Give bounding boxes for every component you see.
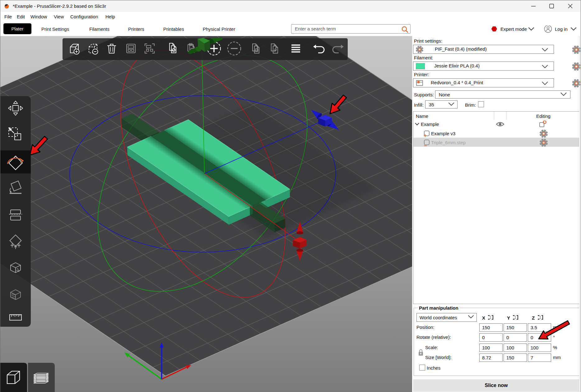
- svg-text:Log in: Log in: [555, 26, 568, 32]
- svg-text:P: P: [274, 48, 277, 53]
- svg-text:Expert mode: Expert mode: [500, 26, 527, 32]
